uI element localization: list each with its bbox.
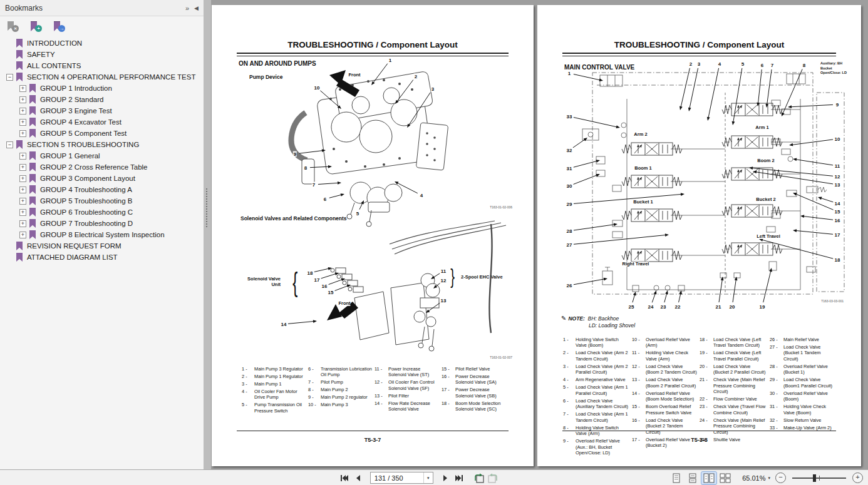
two-page-continuous-view-button[interactable] bbox=[718, 472, 733, 484]
bookmark-item[interactable]: + GROUP 4 Excavator Test bbox=[6, 116, 204, 128]
two-page-view-button[interactable] bbox=[701, 472, 716, 484]
solenoid-unit-label: Solenoid ValveUnit bbox=[238, 276, 281, 288]
bookmark-icon bbox=[16, 73, 23, 81]
bookmark-item[interactable]: + GROUP 3 Component Layout bbox=[6, 173, 204, 184]
next-view-button[interactable] bbox=[486, 472, 500, 484]
legend-item: 7 -Load Check Valve (Arm 1 Tandem Circui… bbox=[563, 411, 632, 423]
legend-item: 3 -Main Pump 1 bbox=[242, 381, 308, 387]
figure-title: Pump Device bbox=[249, 74, 282, 80]
legend-item: 9 -Main Pump 2 regulator bbox=[308, 394, 375, 400]
first-page-button[interactable] bbox=[338, 472, 351, 484]
zoom-slider-handle[interactable] bbox=[813, 474, 816, 482]
bookmark-item[interactable]: + GROUP 3 Engine Test bbox=[6, 105, 204, 116]
page-number-combobox[interactable]: 131 / 350 ▾ bbox=[370, 472, 433, 484]
bookmark-item[interactable]: REVISION REQUEST FORM bbox=[6, 240, 204, 252]
section-title: MAIN CONTROL VALVE bbox=[564, 64, 634, 71]
tree-expander[interactable]: + bbox=[19, 119, 26, 126]
page-number: T5-3-7 bbox=[212, 437, 534, 443]
legend-item: 31 -Holding Valve Check Valve (Boom) bbox=[770, 404, 837, 416]
zoom-in-button[interactable]: + bbox=[852, 472, 863, 483]
continuous-view-button[interactable] bbox=[685, 472, 700, 484]
bookmark-item[interactable]: + GROUP 4 Troubleshooting A bbox=[6, 184, 204, 195]
bookmark-item[interactable]: SAFETY bbox=[6, 49, 204, 60]
bookmark-item[interactable]: ATTACHED DIAGRAM LIST bbox=[6, 252, 204, 263]
tree-expander[interactable]: + bbox=[19, 108, 26, 115]
legend-item: 18 -Boom Mode Selection Solenoid Valve (… bbox=[442, 401, 509, 412]
bookmark-item-label: GROUP 2 Cross Reference Table bbox=[40, 163, 148, 171]
bookmark-item[interactable]: + GROUP 5 Component Test bbox=[6, 128, 204, 139]
bookmark-item[interactable]: + GROUP 1 General bbox=[6, 150, 204, 161]
zoom-out-button[interactable]: − bbox=[775, 472, 786, 483]
tree-expander[interactable]: + bbox=[19, 198, 26, 205]
diagram-label: Front bbox=[348, 73, 360, 78]
bookmark-item[interactable]: + GROUP 2 Standard bbox=[6, 94, 204, 105]
page-title: TROUBLESHOOTING / Component Layout bbox=[237, 40, 509, 49]
tree-expander[interactable]: + bbox=[19, 232, 26, 238]
bookmark-icon bbox=[29, 219, 36, 228]
delete-bookmark-button[interactable]: × bbox=[6, 20, 19, 33]
header-rule bbox=[237, 53, 509, 56]
tree-expander[interactable]: + bbox=[19, 153, 26, 160]
previous-view-icon bbox=[473, 473, 485, 483]
bookmark-item[interactable]: ALL CONTENTS bbox=[6, 60, 204, 71]
bookmark-item[interactable]: + GROUP 5 Troubleshooting B bbox=[6, 195, 204, 207]
legend-item: 1 -Main Pump 3 Regulator bbox=[242, 366, 308, 372]
page-number-value[interactable]: 131 / 350 bbox=[371, 474, 423, 482]
tree-expander[interactable]: + bbox=[19, 85, 26, 92]
bookmark-item-label: GROUP 6 Troubleshooting C bbox=[40, 208, 133, 216]
tree-expander[interactable]: + bbox=[19, 130, 26, 137]
bookmark-item[interactable]: − SECTION 5 TROUBLESHOOTING bbox=[6, 139, 204, 150]
tree-expander[interactable]: − bbox=[6, 74, 13, 81]
next-page-button[interactable] bbox=[438, 472, 452, 484]
tree-expander[interactable]: − bbox=[6, 141, 13, 148]
tree-expander[interactable]: + bbox=[19, 96, 26, 103]
zoom-chevron-down-icon[interactable]: ▾ bbox=[768, 476, 770, 481]
collapse-panel-icon[interactable]: ◀ bbox=[194, 5, 199, 11]
tree-expander[interactable]: + bbox=[19, 186, 26, 193]
legend-item: 32 -Slow Return Valve bbox=[770, 417, 837, 423]
goto-bookmark-button[interactable]: → bbox=[53, 20, 65, 33]
legend-item: 18 -Load Check Valve (Left Travel Tandem… bbox=[700, 337, 770, 349]
figure-title: Solenoid Valves and Related Components bbox=[240, 215, 347, 222]
legend-item: 5 -Pump Transmission Oil Pressure Switch bbox=[242, 402, 308, 414]
last-page-button[interactable] bbox=[452, 472, 466, 484]
zoom-slider[interactable] bbox=[792, 473, 846, 483]
previous-page-button[interactable] bbox=[351, 472, 365, 484]
bookmark-icon bbox=[16, 140, 23, 149]
page-left: 12310987654 1817161514111213 FrontFront … bbox=[212, 5, 534, 466]
bookmark-item[interactable]: + GROUP 1 Introduction bbox=[6, 83, 204, 94]
tree-expander[interactable]: + bbox=[19, 209, 26, 216]
diagram-label: Bucket 1 bbox=[633, 200, 653, 205]
bookmark-item[interactable]: + GROUP 7 Troubleshooting D bbox=[6, 218, 204, 229]
tree-expander[interactable]: + bbox=[19, 164, 26, 171]
chevron-down-icon[interactable]: ▾ bbox=[423, 472, 433, 483]
bookmarks-panel: Bookmarks » ◀ × + → bbox=[0, 0, 204, 469]
previous-view-button[interactable] bbox=[472, 472, 486, 484]
diagram-label: Bucket 2 bbox=[756, 197, 775, 202]
panel-options-icon[interactable]: » bbox=[185, 4, 189, 12]
add-bookmark-button[interactable]: + bbox=[29, 20, 42, 33]
legend-item: 13 -Load Check Valve (Boom 2 Parallel Ci… bbox=[632, 377, 700, 389]
note-block: ✎NOTE: BH: Backhoe LD: Loading Shovel bbox=[561, 314, 635, 329]
bookmark-item[interactable]: − SECTION 4 OPERATIONAL PERFORMANCE TEST bbox=[6, 71, 204, 83]
bookmark-item[interactable]: + GROUP 6 Troubleshooting C bbox=[6, 207, 204, 218]
legend-item: 16 -Power Decrease Solenoid Valve (SA) bbox=[442, 374, 509, 385]
bookmark-item-label: INTRODUCTION bbox=[27, 39, 82, 47]
legend-item: 24 -Check Valve (Main Relief Pressure Co… bbox=[700, 417, 770, 435]
legend-item: 26 -Main Relief Valve bbox=[770, 337, 837, 342]
pdf-viewer-window: Bookmarks » ◀ × + → bbox=[0, 0, 868, 485]
bookmark-item[interactable]: + GROUP 8 Electrical System Inspection bbox=[6, 229, 204, 240]
diagram-label: Boom 1 bbox=[634, 166, 652, 171]
bookmarks-toolbar: × + → bbox=[0, 16, 204, 35]
tree-expander[interactable]: + bbox=[19, 220, 26, 227]
legend-item: 5 -Load Check Valve (Arm 1 Parallel Circ… bbox=[563, 384, 632, 396]
next-page-icon bbox=[442, 474, 448, 482]
single-page-view-button[interactable] bbox=[669, 472, 684, 484]
bookmark-item[interactable]: + GROUP 2 Cross Reference Table bbox=[6, 161, 204, 173]
bookmark-icon bbox=[16, 253, 23, 262]
bookmark-item-label: GROUP 2 Standard bbox=[40, 96, 103, 103]
tree-expander[interactable]: + bbox=[19, 175, 26, 182]
bookmark-item[interactable]: INTRODUCTION bbox=[6, 38, 204, 49]
next-view-icon bbox=[487, 473, 499, 483]
zoom-level-value[interactable]: 65.01% bbox=[742, 474, 765, 482]
